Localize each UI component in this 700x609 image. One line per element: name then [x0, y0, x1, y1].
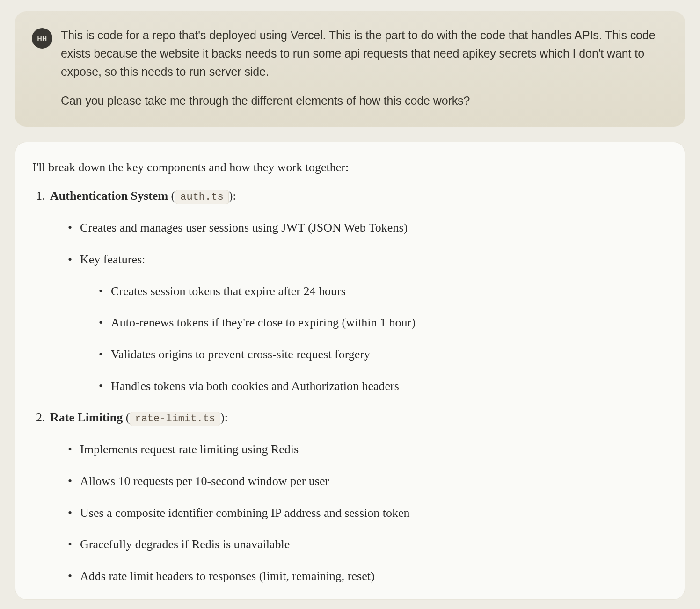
- list-item: Creates session tokens that expire after…: [111, 283, 668, 300]
- list-item-auth: 1. Authentication System (auth.ts): Crea…: [50, 187, 668, 395]
- list-item: Gracefully degrades if Redis is unavaila…: [80, 536, 668, 553]
- list-item: Auto-renews tokens if they're close to e…: [111, 314, 668, 332]
- list-number: 1.: [36, 187, 45, 205]
- list-item: Key features: Creates session tokens tha…: [80, 251, 668, 395]
- list-item: Adds rate limit headers to responses (li…: [80, 567, 668, 585]
- assistant-intro: I'll break down the key components and h…: [32, 159, 668, 176]
- user-paragraph: Can you please take me through the diffe…: [61, 92, 668, 110]
- code-chip: rate-limit.ts: [130, 412, 220, 426]
- bullet-list: Creates and manages user sessions using …: [50, 219, 668, 395]
- list-item: Validates origins to prevent cross-site …: [111, 346, 668, 363]
- bullet-list-nested: Creates session tokens that expire after…: [80, 283, 668, 395]
- code-chip: auth.ts: [175, 190, 228, 204]
- assistant-message: I'll break down the key components and h…: [15, 142, 685, 600]
- list-item: Implements request rate limiting using R…: [80, 441, 668, 458]
- list-item: Creates and manages user sessions using …: [80, 219, 668, 237]
- avatar: HH: [32, 28, 52, 49]
- list-number: 2.: [36, 409, 45, 427]
- user-message-text: This is code for a repo that's deployed …: [61, 26, 668, 110]
- section-title: Authentication System: [50, 189, 168, 203]
- bullet-list: Implements request rate limiting using R…: [50, 441, 668, 585]
- user-paragraph: This is code for a repo that's deployed …: [61, 26, 668, 80]
- list-item-rate-limit: 2. Rate Limiting (rate-limit.ts): Implem…: [50, 409, 668, 585]
- section-title: Rate Limiting: [50, 411, 123, 424]
- list-item: Handles tokens via both cookies and Auth…: [111, 377, 668, 395]
- ordered-list: 1. Authentication System (auth.ts): Crea…: [32, 187, 668, 585]
- list-item: Allows 10 requests per 10-second window …: [80, 472, 668, 490]
- list-item-label: Key features:: [80, 253, 145, 266]
- list-item: Uses a composite identifier combining IP…: [80, 504, 668, 522]
- user-message: HH This is code for a repo that's deploy…: [15, 11, 685, 127]
